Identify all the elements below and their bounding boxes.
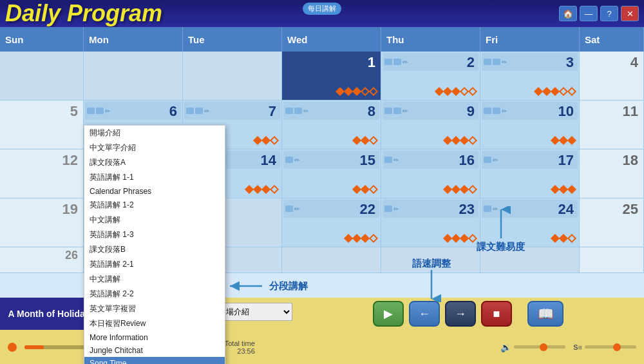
play-button[interactable]: ▶ xyxy=(373,301,404,327)
cal-cell-19[interactable]: 19 xyxy=(0,198,84,247)
dropdown-item[interactable]: 英語講解 1-1 xyxy=(84,170,225,185)
cal-cell-22[interactable]: ✏ 22 xyxy=(282,198,381,247)
dropdown-item-selected[interactable]: Song Time xyxy=(84,357,225,364)
diamond-icon xyxy=(567,185,576,194)
cal-cell-2[interactable]: ✏ 2 xyxy=(381,52,480,100)
dropdown-item[interactable]: Calendar Phrases xyxy=(84,185,225,198)
cal-cell-8[interactable]: ✏ 8 xyxy=(282,101,381,149)
minimize-button[interactable]: — xyxy=(580,6,598,21)
pencil-icon: ✏ xyxy=(303,108,308,115)
diamonds-8 xyxy=(354,137,377,144)
dropdown-item[interactable]: 課文段落A xyxy=(84,155,225,170)
dropdown-item[interactable]: 開場介紹 xyxy=(84,126,225,140)
diamonds-7 xyxy=(254,137,278,144)
mini-icon xyxy=(484,59,491,65)
dropdown-item[interactable]: 英語講解 2-1 xyxy=(84,257,225,272)
close-button[interactable]: ✕ xyxy=(621,6,639,21)
lesson-dropdown[interactable]: 開場介紹 中文單字介紹 課文段落A 英語講解 1-1 Calendar Phra… xyxy=(84,125,225,364)
dropdown-item[interactable]: 英文單字複習 xyxy=(84,302,225,316)
cal-cell-3[interactable]: ✏ 3 xyxy=(480,52,580,100)
mini-icon xyxy=(484,157,491,163)
cal-cell-25[interactable]: 25 xyxy=(580,198,644,247)
total-time-value: 23:56 xyxy=(237,347,255,355)
cal-cell-18[interactable]: 18 xyxy=(580,149,644,198)
mini-icon xyxy=(493,59,500,65)
mini-icon xyxy=(186,108,194,114)
day-header-mon: Mon xyxy=(84,27,183,52)
pencil-icon: ✏ xyxy=(393,157,399,164)
cal-cell-26[interactable]: 26 xyxy=(0,247,84,273)
cal-cell-empty-w5[interactable] xyxy=(580,247,644,273)
diamond-outline-icon xyxy=(468,136,477,145)
icon-strip: ✏ xyxy=(285,108,308,115)
day-header-thu: Thu xyxy=(381,27,480,52)
mini-icon xyxy=(384,59,392,65)
diamonds-17 xyxy=(552,186,575,193)
dropdown-item[interactable]: Jungle Chitchat xyxy=(84,344,225,357)
kamon-annotation: 課文難易度 xyxy=(477,206,525,253)
cal-cell-10[interactable]: ✏ 10 xyxy=(480,101,580,149)
icon-strip: ✏ xyxy=(484,157,498,164)
next-button[interactable]: → xyxy=(445,301,476,327)
diamond-outline-icon xyxy=(468,234,477,243)
calendar-container: Sun Mon Tue Wed Thu Fri Sat 1 xyxy=(0,27,644,298)
date-11: 11 xyxy=(623,103,638,120)
prev-button[interactable]: ← xyxy=(409,301,440,327)
mini-icon xyxy=(384,157,392,163)
dropdown-item[interactable]: 英語講解 1-2 xyxy=(84,198,225,213)
left-arrow-icon xyxy=(227,280,265,292)
speed-icon: S≡ xyxy=(573,343,582,351)
cal-cell-11[interactable]: 11 xyxy=(580,101,644,149)
dropdown-item[interactable]: 英語講解 1-3 xyxy=(84,227,225,242)
home-button[interactable]: 🏠 xyxy=(559,6,577,21)
icon-strip: ✏ xyxy=(285,206,299,213)
cal-cell-5[interactable]: 5 xyxy=(0,101,84,149)
volume-slider[interactable] xyxy=(514,345,565,349)
mini-icon xyxy=(285,157,293,163)
cal-cell-17[interactable]: ✏ 17 xyxy=(480,149,580,198)
cal-cell-23[interactable]: ✏ 23 xyxy=(381,198,480,247)
dropdown-item[interactable]: 課文段落B xyxy=(84,242,225,257)
date-9: 9 xyxy=(467,103,475,120)
cal-cell-15[interactable]: ✏ 15 xyxy=(282,149,381,198)
date-25: 25 xyxy=(623,201,638,218)
diamond-outline-icon xyxy=(567,234,576,243)
yusoku-annotation: 語速調整 xyxy=(412,258,451,305)
cal-cell-empty-w5[interactable] xyxy=(282,247,381,273)
cal-cell-1[interactable]: 1 xyxy=(282,52,381,100)
cal-cell-empty[interactable] xyxy=(0,52,84,100)
cal-cell-4[interactable]: 4 xyxy=(580,52,644,100)
cal-cell-16[interactable]: ✏ 16 xyxy=(381,149,480,198)
diamonds-23 xyxy=(444,235,476,242)
volume-control: 🔉 xyxy=(500,342,565,352)
mini-icon xyxy=(393,108,401,114)
total-time: Total time 23:56 xyxy=(225,340,255,355)
date-12: 12 xyxy=(62,152,78,169)
icon-strip: ✏ xyxy=(384,108,408,115)
dropdown-item[interactable]: 英語講解 2-2 xyxy=(84,287,225,302)
dropdown-item[interactable]: 中文講解 xyxy=(84,272,225,287)
icon-strip: ✏ xyxy=(484,59,507,66)
icon-strip: ✏ xyxy=(285,157,299,164)
diamond-outline-icon xyxy=(369,87,378,96)
dropdown-item[interactable]: More Information xyxy=(84,331,225,344)
speed-slider[interactable] xyxy=(585,345,636,349)
book-button[interactable]: 📖 xyxy=(527,301,564,327)
diamond-outline-icon xyxy=(270,185,279,194)
dropdown-item[interactable]: 中文講解 xyxy=(84,213,225,227)
stop-button[interactable]: ■ xyxy=(481,301,512,327)
cal-cell-empty[interactable] xyxy=(183,52,282,100)
lesson-select[interactable]: 開場介紹 xyxy=(215,303,292,321)
cal-cell-9[interactable]: ✏ 9 xyxy=(381,101,480,149)
dropdown-item[interactable]: 中文單字介紹 xyxy=(84,140,225,155)
cal-cell-12[interactable]: 12 xyxy=(0,149,84,198)
diamond-outline-icon xyxy=(270,136,279,145)
dropdown-item[interactable]: 本日複習Review xyxy=(84,316,225,331)
day-header-tue: Tue xyxy=(183,27,282,52)
mini-icon xyxy=(294,108,302,114)
mini-icon xyxy=(393,59,401,65)
help-button[interactable]: ? xyxy=(600,6,618,21)
cal-cell-empty[interactable] xyxy=(84,52,183,100)
cal-week-1: 1 ✏ 2 xyxy=(0,52,644,101)
date-10: 10 xyxy=(558,103,574,120)
